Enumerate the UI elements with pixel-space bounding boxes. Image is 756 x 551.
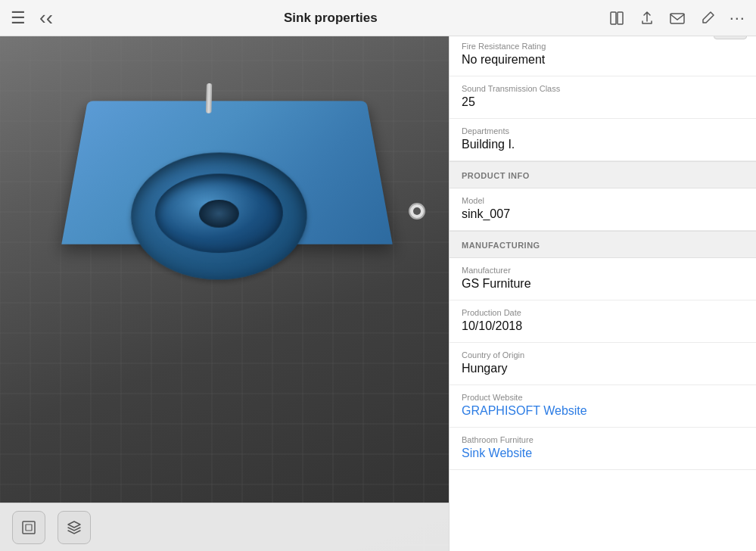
sound-transmission-row: Sound Transmission Class 25: [450, 76, 756, 119]
production-date-label: Production Date: [462, 308, 744, 317]
sink-faucet: [206, 83, 212, 114]
sound-transmission-value: 25: [462, 95, 744, 109]
3d-scene: [0, 0, 449, 551]
selection-indicator: [409, 203, 425, 219]
svg-rect-1: [618, 12, 623, 24]
country-of-origin-label: Country of Origin: [462, 350, 744, 360]
departments-value: Building I.: [462, 138, 744, 151]
bathroom-furniture-label: Bathroom Furniture: [462, 435, 744, 444]
3d-viewport[interactable]: [0, 0, 449, 551]
layers-button[interactable]: [58, 511, 91, 544]
top-bar-right: ···: [608, 8, 745, 28]
svg-rect-0: [611, 12, 616, 24]
fire-resistance-row: Fire Resistance Rating No requirement: [450, 34, 756, 76]
sink-surface: [61, 101, 392, 244]
sink-inner: [152, 173, 286, 253]
model-value: sink_007: [462, 207, 744, 221]
more-icon[interactable]: ···: [730, 8, 745, 28]
manufacturer-row: Manufacturer GS Furniture: [450, 258, 756, 300]
book-icon[interactable]: [608, 10, 625, 26]
manufacturing-section-header: MANUFACTURING: [450, 231, 756, 258]
svg-rect-5: [23, 521, 35, 534]
production-date-value: 10/10/2018: [462, 319, 744, 333]
top-bar: ‹ Sink properties ···: [0, 0, 756, 36]
country-of-origin-row: Country of Origin Hungary: [450, 343, 756, 385]
fire-resistance-value: No requirement: [462, 53, 744, 67]
departments-row: Departments Building I.: [450, 119, 756, 161]
top-bar-left: ‹: [11, 6, 53, 30]
product-website-row: Product Website GRAPHISOFT Website: [450, 385, 756, 428]
manufacturing-section-label: MANUFACTURING: [462, 241, 540, 250]
bathroom-furniture-row: Bathroom Furniture Sink Website: [450, 428, 756, 470]
sink-bowl: [124, 153, 313, 280]
back-icon[interactable]: ‹: [39, 6, 53, 30]
sink-model: [76, 91, 394, 378]
product-website-link[interactable]: GRAPHISOFT Website: [462, 404, 744, 418]
share-icon[interactable]: [639, 10, 655, 26]
fire-resistance-label: Fire Resistance Rating: [462, 42, 744, 51]
sound-transmission-label: Sound Transmission Class: [462, 84, 744, 93]
model-row: Model sink_007: [450, 188, 756, 231]
manufacturer-label: Manufacturer: [462, 266, 744, 275]
menu-icon[interactable]: [11, 8, 26, 28]
svg-rect-2: [670, 14, 684, 23]
page-title: Sink properties: [284, 11, 378, 26]
product-info-section-label: PRODUCT INFO: [462, 171, 530, 180]
model-label: Model: [462, 196, 744, 205]
country-of-origin-value: Hungary: [462, 362, 744, 375]
sink-website-link[interactable]: Sink Website: [462, 447, 744, 460]
svg-rect-6: [26, 525, 32, 531]
pen-icon[interactable]: [699, 10, 716, 26]
element-info-panel: Element Info STRU Fire Resistance Rating…: [449, 0, 756, 551]
sink-drain: [198, 200, 239, 228]
product-website-label: Product Website: [462, 393, 744, 402]
departments-label: Departments: [462, 126, 744, 135]
mail-icon[interactable]: [669, 10, 686, 26]
bottom-toolbar: [0, 503, 449, 551]
production-date-row: Production Date 10/10/2018: [450, 300, 756, 343]
product-info-section-header: PRODUCT INFO: [450, 161, 756, 188]
view-2d-button[interactable]: [12, 511, 45, 544]
manufacturer-value: GS Furniture: [462, 277, 744, 291]
